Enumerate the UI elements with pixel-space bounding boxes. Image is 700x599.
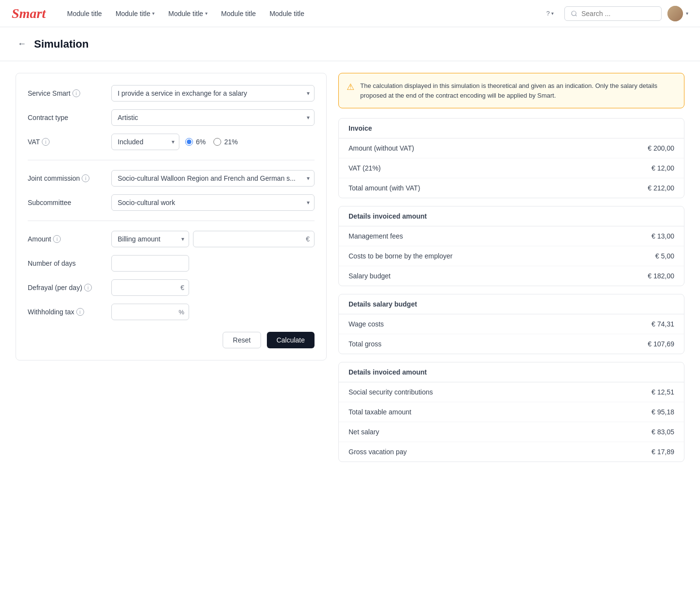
details-invoiced2-value-2: € 83,05 bbox=[651, 428, 674, 436]
joint-commission-info-icon[interactable]: i bbox=[82, 174, 89, 182]
search-box[interactable] bbox=[564, 6, 662, 21]
calculate-button[interactable]: Calculate bbox=[267, 332, 315, 348]
details-invoiced2-row-2: Net salary € 83,05 bbox=[339, 422, 684, 442]
details-invoiced2-label-3: Gross vacation pay bbox=[349, 448, 407, 456]
vat-label: VAT i bbox=[28, 138, 105, 146]
warning-text: The calculation displayed in this simula… bbox=[360, 81, 676, 100]
details-invoiced-label-2: Salary budget bbox=[349, 272, 390, 280]
details-salary-label-1: Total gross bbox=[349, 340, 382, 348]
defrayal-control: € bbox=[111, 279, 315, 296]
contract-type-select[interactable]: Artistic bbox=[111, 109, 315, 126]
chevron-down-icon: ▾ bbox=[686, 11, 688, 16]
invoice-row-1: VAT (21%) € 12,00 bbox=[339, 158, 684, 178]
reset-button[interactable]: Reset bbox=[223, 332, 261, 348]
vat-info-icon[interactable]: i bbox=[42, 138, 50, 146]
form-divider-1 bbox=[28, 160, 315, 160]
header-right: ? ▾ ▾ bbox=[542, 6, 688, 21]
avatar[interactable] bbox=[667, 6, 683, 21]
defrayal-input[interactable] bbox=[111, 279, 189, 296]
amount-controls: Billing amount ▾ € bbox=[111, 231, 315, 247]
service-smart-row: Service Smart i I provide a service in e… bbox=[28, 85, 315, 102]
details-invoiced-value-0: € 13,00 bbox=[651, 232, 674, 240]
invoice-label-0: Amount (without VAT) bbox=[349, 144, 414, 152]
warning-box: ⚠ The calculation displayed in this simu… bbox=[338, 73, 684, 108]
nav-item-5[interactable]: Module title bbox=[263, 6, 310, 21]
nav-item-3[interactable]: Module title ▾ bbox=[162, 6, 213, 21]
invoice-label-1: VAT (21%) bbox=[349, 164, 381, 172]
vat-6-radio[interactable] bbox=[185, 138, 193, 146]
nav-item-1[interactable]: Module title bbox=[61, 6, 108, 21]
avatar-image bbox=[667, 6, 683, 21]
amount-info-icon[interactable]: i bbox=[53, 235, 61, 243]
vat-included-wrap: Included ▾ bbox=[111, 134, 179, 150]
service-smart-select-wrap: I provide a service in exchange for a sa… bbox=[111, 85, 315, 102]
form-divider-2 bbox=[28, 221, 315, 221]
details-salary-label-0: Wage costs bbox=[349, 320, 384, 328]
invoice-section-title: Invoice bbox=[339, 119, 684, 138]
days-input[interactable] bbox=[111, 255, 189, 272]
withholding-input[interactable] bbox=[111, 304, 189, 320]
details-salary-row-1: Total gross € 107,69 bbox=[339, 334, 684, 354]
vat-21-option[interactable]: 21% bbox=[213, 138, 238, 146]
form-panel: Service Smart i I provide a service in e… bbox=[16, 73, 327, 360]
header: Smart Module title Module title ▾ Module… bbox=[0, 0, 700, 27]
search-icon bbox=[571, 10, 578, 17]
form-actions: Reset Calculate bbox=[28, 328, 315, 348]
amount-label: Amount i bbox=[28, 235, 105, 243]
withholding-row: Withholding tax i % bbox=[28, 304, 315, 320]
results-panel: ⚠ The calculation displayed in this simu… bbox=[338, 73, 684, 470]
days-row: Number of days bbox=[28, 255, 315, 272]
details-salary-section: Details salary budget Wage costs € 74,31… bbox=[338, 294, 684, 354]
joint-commission-select[interactable]: Socio-cultural Walloon Region and French… bbox=[111, 170, 315, 187]
amount-input-wrap: € bbox=[193, 231, 315, 247]
details-invoiced-row-0: Management fees € 13,00 bbox=[339, 226, 684, 246]
contract-type-label: Contract type bbox=[28, 114, 105, 121]
details-invoiced-title: Details invoiced amount bbox=[339, 206, 684, 226]
subcommittee-label: Subcommittee bbox=[28, 199, 105, 206]
details-invoiced2-row-0: Social security contributions € 12,51 bbox=[339, 382, 684, 402]
details-invoiced2-title: Details invoiced amount bbox=[339, 362, 684, 382]
page-title: Simulation bbox=[34, 38, 88, 51]
main-nav: Module title Module title ▾ Module title… bbox=[61, 6, 530, 21]
details-invoiced2-label-1: Total taxable amount bbox=[349, 408, 411, 416]
details-salary-value-1: € 107,69 bbox=[648, 340, 675, 348]
days-control bbox=[111, 255, 315, 272]
warning-icon: ⚠ bbox=[347, 82, 354, 100]
defrayal-row: Defrayal (per day) i € bbox=[28, 279, 315, 296]
chevron-down-icon: ▾ bbox=[152, 11, 155, 16]
billing-amount-select[interactable]: Billing amount bbox=[111, 231, 189, 247]
details-invoiced-row-2: Salary budget € 182,00 bbox=[339, 266, 684, 286]
defrayal-wrap: € bbox=[111, 279, 189, 296]
service-smart-select[interactable]: I provide a service in exchange for a sa… bbox=[111, 85, 315, 102]
joint-commission-label: Joint commission i bbox=[28, 174, 105, 182]
nav-item-2[interactable]: Module title ▾ bbox=[110, 6, 161, 21]
amount-input[interactable] bbox=[193, 231, 315, 247]
nav-item-4[interactable]: Module title bbox=[215, 6, 262, 21]
details-invoiced2-row-1: Total taxable amount € 95,18 bbox=[339, 402, 684, 422]
chevron-down-icon: ▾ bbox=[205, 11, 208, 16]
service-smart-info-icon[interactable]: i bbox=[72, 89, 80, 97]
search-input[interactable] bbox=[581, 10, 655, 17]
withholding-info-icon[interactable]: i bbox=[76, 308, 84, 316]
invoice-section: Invoice Amount (without VAT) € 200,00 VA… bbox=[338, 118, 684, 198]
invoice-row-2: Total amount (with VAT) € 212,00 bbox=[339, 178, 684, 198]
details-invoiced-value-2: € 182,00 bbox=[648, 272, 675, 280]
details-invoiced-value-1: € 5,00 bbox=[655, 252, 674, 260]
details-salary-title: Details salary budget bbox=[339, 294, 684, 314]
details-salary-value-0: € 74,31 bbox=[651, 320, 674, 328]
invoice-label-2: Total amount (with VAT) bbox=[349, 184, 420, 192]
details-invoiced2-row-3: Gross vacation pay € 17,89 bbox=[339, 442, 684, 462]
invoice-row-0: Amount (without VAT) € 200,00 bbox=[339, 138, 684, 158]
back-button[interactable]: ← bbox=[16, 37, 28, 51]
details-invoiced2-label-2: Net salary bbox=[349, 428, 379, 436]
subcommittee-select[interactable]: Socio-cultural work bbox=[111, 194, 315, 211]
help-button[interactable]: ? ▾ bbox=[542, 7, 559, 20]
defrayal-info-icon[interactable]: i bbox=[84, 284, 92, 291]
vat-included-select[interactable]: Included bbox=[111, 134, 179, 150]
vat-21-radio[interactable] bbox=[213, 138, 221, 146]
invoice-value-2: € 212,00 bbox=[648, 184, 675, 192]
vat-6-option[interactable]: 6% bbox=[185, 138, 206, 146]
details-invoiced2-label-0: Social security contributions bbox=[349, 388, 433, 396]
joint-commission-select-wrap: Socio-cultural Walloon Region and French… bbox=[111, 170, 315, 187]
billing-amount-select-wrap: Billing amount ▾ bbox=[111, 231, 189, 247]
